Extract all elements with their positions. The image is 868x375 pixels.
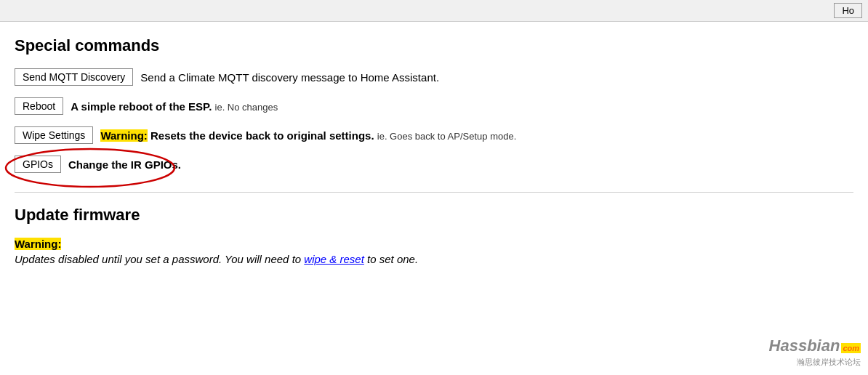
gpios-row: GPIOs Change the IR GPIOs. bbox=[15, 156, 181, 173]
wipe-settings-row: Wipe Settings Warning: Resets the device… bbox=[15, 126, 853, 144]
main-content: Special commands Send MQTT Discovery Sen… bbox=[0, 22, 868, 280]
watermark: Hassbian com 瀚思彼岸技术论坛 bbox=[769, 336, 861, 368]
wipe-settings-button[interactable]: Wipe Settings bbox=[15, 126, 93, 144]
mqtt-discovery-row: Send MQTT Discovery Send a Climate MQTT … bbox=[15, 68, 853, 86]
wipe-warning-label: Warning: bbox=[100, 129, 147, 142]
watermark-com: com bbox=[841, 343, 861, 353]
update-warning-label: Warning: bbox=[15, 238, 61, 250]
update-firmware-title: Update firmware bbox=[15, 206, 853, 225]
ho-button[interactable]: Ho bbox=[834, 3, 862, 18]
wipe-desc-main: Resets the device back to original setti… bbox=[150, 129, 374, 142]
wipe-detail: ie. Goes back to AP/Setup mode. bbox=[377, 131, 517, 142]
watermark-top: Hassbian com bbox=[769, 336, 861, 355]
gpios-button[interactable]: GPIOs bbox=[15, 156, 61, 173]
reboot-row: Reboot A simple reboot of the ESP. ie. N… bbox=[15, 97, 853, 115]
gpios-description: Change the IR GPIOs. bbox=[68, 158, 181, 171]
update-firmware-section: Update firmware Warning: Updates disable… bbox=[15, 206, 853, 265]
top-bar: Ho bbox=[0, 0, 868, 22]
update-desc-after: to set one. bbox=[364, 253, 418, 265]
watermark-sub: 瀚思彼岸技术论坛 bbox=[769, 357, 861, 368]
reboot-description: A simple reboot of the ESP. ie. No chang… bbox=[71, 100, 278, 113]
update-description: Updates disabled until you set a passwor… bbox=[15, 253, 853, 265]
send-mqtt-discovery-button[interactable]: Send MQTT Discovery bbox=[15, 68, 133, 86]
special-commands-title: Special commands bbox=[15, 36, 853, 55]
update-warning-line: Warning: bbox=[15, 238, 853, 250]
section-divider bbox=[15, 192, 853, 193]
update-desc-before: Updates disabled until you set a passwor… bbox=[15, 253, 304, 265]
reboot-desc-bold: A simple reboot of the ESP. bbox=[71, 100, 212, 113]
wipe-settings-description: Warning: Resets the device back to origi… bbox=[100, 129, 516, 142]
reboot-button[interactable]: Reboot bbox=[15, 97, 63, 115]
mqtt-discovery-description: Send a Climate MQTT discovery message to… bbox=[140, 71, 439, 84]
watermark-brand: Hassbian bbox=[769, 336, 840, 355]
wipe-reset-link[interactable]: wipe & reset bbox=[304, 253, 364, 265]
reboot-detail: ie. No changes bbox=[215, 102, 278, 113]
wipe-desc-bold: Resets the device back to original setti… bbox=[150, 129, 374, 142]
